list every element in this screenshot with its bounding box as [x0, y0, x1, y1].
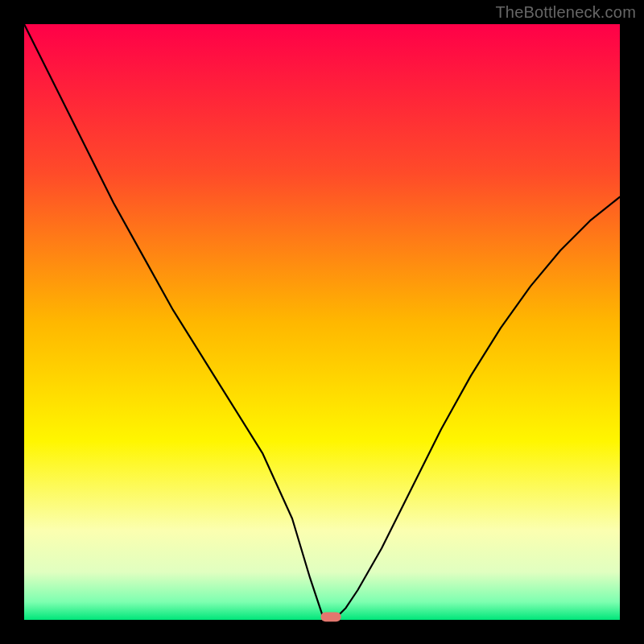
bottleneck-chart	[0, 0, 644, 644]
chart-container: TheBottleneck.com	[0, 0, 644, 644]
plot-background	[24, 24, 620, 620]
optimal-marker	[321, 612, 341, 621]
watermark-text: TheBottleneck.com	[495, 3, 636, 22]
